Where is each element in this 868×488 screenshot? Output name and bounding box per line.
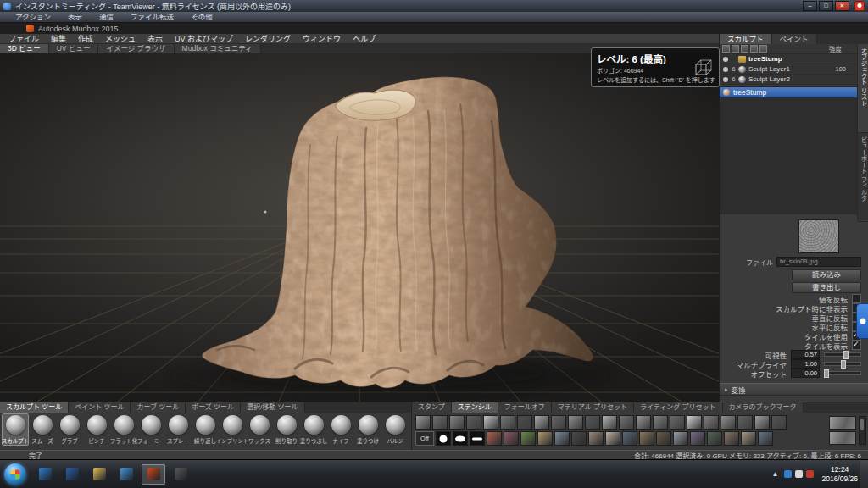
- checkbox[interactable]: [852, 294, 861, 303]
- panel-side-tab[interactable]: ビューポート フィルタ: [858, 133, 868, 222]
- stencil-thumbnail[interactable]: [639, 431, 654, 446]
- stencil-thumbnail[interactable]: [571, 431, 587, 446]
- layer-row[interactable]: treeStump: [720, 54, 858, 64]
- object-list-item[interactable]: treeStump: [720, 87, 858, 97]
- tool-item[interactable]: ピンチ: [83, 413, 110, 446]
- stencil-thumbnail[interactable]: [588, 431, 604, 446]
- stencil-thumbnail[interactable]: [670, 415, 685, 430]
- stencil-thumbnail[interactable]: [704, 415, 719, 430]
- stencil-thumbnail[interactable]: [673, 431, 688, 446]
- visibility-dot-icon[interactable]: [723, 67, 728, 72]
- menu-item[interactable]: レンダリング: [239, 34, 297, 44]
- stencil-thumbnail[interactable]: [622, 431, 637, 446]
- right-panel-tab[interactable]: スカルプト: [720, 34, 772, 44]
- tool-item[interactable]: フォーミー: [137, 413, 164, 446]
- layer-row[interactable]: 6Sculpt Layer2: [720, 75, 858, 85]
- stencil-shape-ellipse[interactable]: [453, 431, 468, 446]
- taskbar-icon-explorer-folder[interactable]: [87, 464, 111, 485]
- stamp-tray-tab[interactable]: ライティング プリセット: [634, 402, 723, 413]
- tool-tray-tab[interactable]: スカルプト ツール: [0, 402, 69, 413]
- viewport-3d[interactable]: [0, 53, 719, 402]
- export-button[interactable]: 書き出し: [792, 282, 861, 293]
- stencil-thumbnail[interactable]: [737, 415, 753, 430]
- delete-layer-icon[interactable]: [750, 45, 758, 53]
- stencil-thumbnail[interactable]: [520, 431, 536, 446]
- stencil-thumbnail[interactable]: [517, 415, 532, 430]
- stencil-thumbnail[interactable]: [554, 431, 570, 446]
- stencil-thumbnail[interactable]: [585, 415, 600, 430]
- stencil-thumbnail[interactable]: [724, 431, 739, 446]
- tool-item[interactable]: インプリント: [219, 413, 246, 446]
- tray-icon-1[interactable]: [795, 470, 803, 478]
- stencil-thumbnail[interactable]: [602, 415, 617, 430]
- transform-section-header[interactable]: ▸ 変換: [720, 383, 868, 396]
- stencil-thumbnail[interactable]: [432, 415, 448, 430]
- stamp-tray-tab[interactable]: フォールオフ: [498, 402, 552, 413]
- tray-icon-0[interactable]: [784, 470, 792, 478]
- menu-item[interactable]: ヘルプ: [347, 34, 381, 44]
- stencil-thumbnail[interactable]: [690, 431, 705, 446]
- tray-overflow-icon[interactable]: ▲: [772, 470, 779, 478]
- visibility-dot-icon[interactable]: [723, 57, 728, 62]
- stencil-thumbnail[interactable]: [568, 415, 583, 430]
- stencil-thumbnail[interactable]: [500, 415, 515, 430]
- stencil-thumbnail[interactable]: [466, 415, 481, 430]
- view-tab[interactable]: イメージ ブラウザ: [98, 44, 174, 53]
- slider-handle[interactable]: [824, 369, 829, 378]
- slider-track[interactable]: [824, 371, 861, 375]
- stencil-thumbnail[interactable]: [487, 431, 502, 446]
- stencil-thumbnail[interactable]: [721, 415, 736, 430]
- file-path-field[interactable]: br_skin09.jpg: [776, 257, 861, 267]
- view-tab[interactable]: 3D ビュー: [0, 44, 49, 53]
- right-panel-tab[interactable]: ペイント: [772, 34, 817, 44]
- teamviewer-toolbar-item[interactable]: 表示: [59, 12, 91, 23]
- slider-handle[interactable]: [841, 360, 846, 369]
- stencil-thumbnail[interactable]: [758, 431, 773, 446]
- stencil-thumbnail[interactable]: [754, 415, 770, 430]
- stencil-thumbnail[interactable]: [537, 431, 553, 446]
- menu-item[interactable]: ファイル: [3, 34, 45, 44]
- show-desktop-button[interactable]: [860, 460, 868, 488]
- stencil-shape-bar[interactable]: [470, 431, 485, 446]
- menu-item[interactable]: 作成: [72, 34, 99, 44]
- merge-layer-icon[interactable]: [741, 45, 748, 53]
- tool-item[interactable]: スプレー: [164, 413, 192, 446]
- import-button[interactable]: 読み込み: [792, 269, 861, 280]
- menu-item[interactable]: 編集: [45, 34, 72, 44]
- taskbar-icon-app-dark[interactable]: [169, 464, 192, 485]
- stencil-thumbnail[interactable]: [449, 415, 465, 430]
- stencil-thumbnail[interactable]: [504, 431, 519, 446]
- menu-item[interactable]: ウィンドウ: [297, 34, 347, 44]
- stencil-preview-thumbnail[interactable]: [798, 219, 839, 253]
- slider-value-field[interactable]: 0.00: [791, 369, 820, 378]
- stencil-shape-circle[interactable]: [436, 431, 451, 446]
- duplicate-layer-icon[interactable]: [732, 45, 739, 53]
- tool-item[interactable]: 繰り返し: [192, 413, 219, 446]
- stencil-thumbnail[interactable]: [653, 415, 668, 430]
- stencil-thumbnail[interactable]: [687, 415, 702, 430]
- stencil-thumbnail[interactable]: [605, 431, 620, 446]
- tool-tray-tab[interactable]: 選択/移動 ツール: [241, 402, 304, 413]
- tool-item[interactable]: バルジ: [381, 413, 409, 446]
- teamviewer-side-tab[interactable]: [856, 303, 868, 339]
- start-button[interactable]: [4, 463, 26, 485]
- menu-item[interactable]: UV およびマップ: [169, 34, 239, 44]
- tray-icon-2[interactable]: [806, 470, 814, 478]
- viewport-canvas[interactable]: [0, 53, 719, 402]
- stamp-tray-tab[interactable]: カメラのブックマーク: [723, 402, 804, 413]
- slider-value-field[interactable]: 0.57: [791, 350, 820, 359]
- stencil-thumbnail[interactable]: [534, 415, 549, 430]
- taskbar-icon-browser[interactable]: [114, 464, 138, 485]
- teamviewer-toolbar-item[interactable]: その他: [182, 12, 221, 23]
- layer-options-icon[interactable]: [760, 45, 767, 53]
- stamp-tray-tab[interactable]: ステンシル: [452, 402, 498, 413]
- menu-item[interactable]: 表示: [142, 34, 169, 44]
- tool-item[interactable]: ナイフ: [327, 413, 354, 446]
- tool-tray-tab[interactable]: カーブ ツール: [131, 402, 186, 413]
- view-tab[interactable]: Mudbox コミュニティ: [175, 44, 261, 53]
- teamviewer-toolbar-item[interactable]: 通信: [91, 12, 122, 23]
- stencil-off-button[interactable]: Off: [415, 431, 434, 446]
- stencil-preview-1[interactable]: [829, 416, 856, 430]
- stencil-thumbnail[interactable]: [771, 415, 787, 430]
- slider-handle[interactable]: [843, 351, 849, 359]
